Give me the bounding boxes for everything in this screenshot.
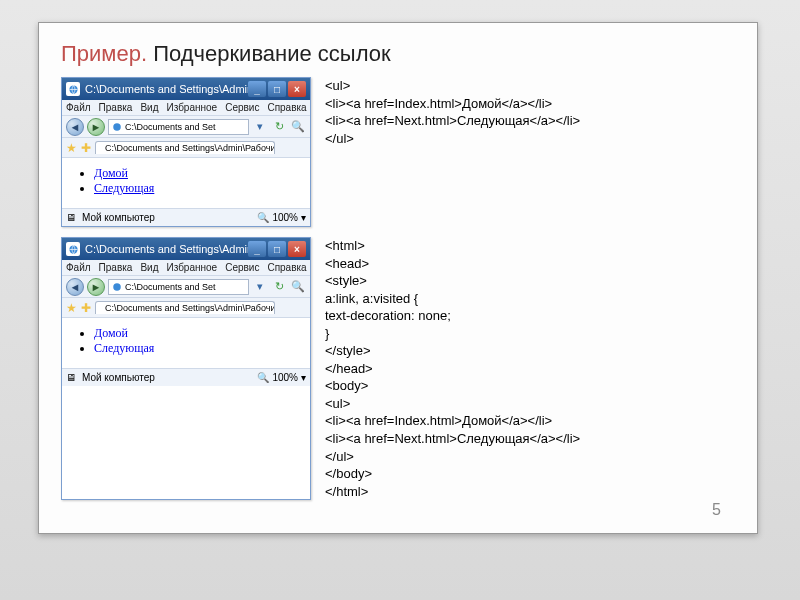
link-next[interactable]: Следующая [94, 181, 154, 195]
menu-help[interactable]: Справка [267, 102, 306, 113]
ie-icon [112, 282, 122, 292]
menu-tools[interactable]: Сервис [225, 262, 259, 273]
title-accent: Пример. [61, 41, 147, 66]
add-favorite-icon[interactable]: ✚ [81, 141, 91, 155]
favorites-icon[interactable]: ★ [66, 301, 77, 315]
row-1: C:\Documents and Settings\Admin\P... _ □… [61, 77, 735, 227]
zoom-control[interactable]: 🔍 100% ▾ [257, 372, 306, 383]
tabbar: ★ ✚ C:\Documents and Settings\Admin\Рабо… [62, 138, 310, 158]
zoom-value: 100% [272, 372, 298, 383]
page-content: Домой Следующая [62, 318, 310, 368]
menubar: Файл Правка Вид Избранное Сервис Справка [62, 100, 310, 116]
nav-toolbar: ◄ ► C:\Documents and Set ▾ ↻ 🔍 [62, 116, 310, 138]
window-buttons: _ □ × [248, 241, 306, 257]
page-number: 5 [712, 501, 721, 519]
window-title: C:\Documents and Settings\Admin\P... [85, 83, 248, 95]
address-text: C:\Documents and Set [125, 122, 216, 132]
code-block-2: <html> <head> <style> a:link, a:visited … [325, 237, 580, 500]
back-button[interactable]: ◄ [66, 278, 84, 296]
window-buttons: _ □ × [248, 81, 306, 97]
tab[interactable]: C:\Documents and Settings\Admin\Рабочий … [95, 301, 275, 314]
close-button[interactable]: × [288, 241, 306, 257]
menu-view[interactable]: Вид [140, 262, 158, 273]
zoom-dropdown-icon: ▾ [301, 372, 306, 383]
titlebar: C:\Documents and Settings\Admin\P... _ □… [62, 78, 310, 100]
dropdown-icon[interactable]: ▾ [252, 119, 268, 135]
slide: Пример. Подчеркивание ссылок C:\Document… [38, 22, 758, 534]
zoom-icon: 🔍 [257, 212, 269, 223]
code-block-1: <ul> <li><a href=Index.html>Домой</a></l… [325, 77, 580, 227]
status-text: Мой компьютер [82, 212, 155, 223]
maximize-button[interactable]: □ [268, 241, 286, 257]
close-button[interactable]: × [288, 81, 306, 97]
menu-edit[interactable]: Правка [99, 102, 133, 113]
tab[interactable]: C:\Documents and Settings\Admin\Рабочий … [95, 141, 275, 154]
window-title: C:\Documents and Settings\Admin\P... [85, 243, 248, 255]
tab-label: C:\Documents and Settings\Admin\Рабочий … [105, 303, 275, 313]
address-bar[interactable]: C:\Documents and Set [108, 279, 249, 295]
link-home[interactable]: Домой [94, 166, 128, 180]
row-2: C:\Documents and Settings\Admin\P... _ □… [61, 237, 735, 500]
menu-help[interactable]: Справка [267, 262, 306, 273]
ie-icon [66, 82, 80, 96]
search-icon[interactable]: 🔍 [290, 119, 306, 135]
title-rest: Подчеркивание ссылок [147, 41, 391, 66]
ie-icon [66, 242, 80, 256]
svg-point-4 [113, 283, 121, 291]
menu-file[interactable]: Файл [66, 262, 91, 273]
menu-view[interactable]: Вид [140, 102, 158, 113]
zoom-dropdown-icon: ▾ [301, 212, 306, 223]
menu-file[interactable]: Файл [66, 102, 91, 113]
page-content: Домой Следующая [62, 158, 310, 208]
svg-point-1 [113, 123, 121, 131]
add-favorite-icon[interactable]: ✚ [81, 301, 91, 315]
browser-window-1: C:\Documents and Settings\Admin\P... _ □… [61, 77, 311, 227]
refresh-icon[interactable]: ↻ [271, 279, 287, 295]
titlebar: C:\Documents and Settings\Admin\P... _ □… [62, 238, 310, 260]
browser-window-2: C:\Documents and Settings\Admin\P... _ □… [61, 237, 311, 500]
back-button[interactable]: ◄ [66, 118, 84, 136]
link-home[interactable]: Домой [94, 326, 128, 340]
refresh-icon[interactable]: ↻ [271, 119, 287, 135]
statusbar: 🖥 Мой компьютер 🔍 100% ▾ [62, 368, 310, 386]
search-icon[interactable]: 🔍 [290, 279, 306, 295]
forward-button[interactable]: ► [87, 118, 105, 136]
nav-toolbar: ◄ ► C:\Documents and Set ▾ ↻ 🔍 [62, 276, 310, 298]
ie-icon [112, 122, 122, 132]
menu-favorites[interactable]: Избранное [166, 102, 217, 113]
zoom-control[interactable]: 🔍 100% ▾ [257, 212, 306, 223]
forward-button[interactable]: ► [87, 278, 105, 296]
minimize-button[interactable]: _ [248, 241, 266, 257]
statusbar: 🖥 Мой компьютер 🔍 100% ▾ [62, 208, 310, 226]
favorites-icon[interactable]: ★ [66, 141, 77, 155]
minimize-button[interactable]: _ [248, 81, 266, 97]
menu-favorites[interactable]: Избранное [166, 262, 217, 273]
computer-icon: 🖥 [66, 212, 76, 223]
menubar: Файл Правка Вид Избранное Сервис Справка [62, 260, 310, 276]
slide-title: Пример. Подчеркивание ссылок [61, 41, 735, 67]
tabbar: ★ ✚ C:\Documents and Settings\Admin\Рабо… [62, 298, 310, 318]
maximize-button[interactable]: □ [268, 81, 286, 97]
zoom-value: 100% [272, 212, 298, 223]
tab-label: C:\Documents and Settings\Admin\Рабочий … [105, 143, 275, 153]
address-bar[interactable]: C:\Documents and Set [108, 119, 249, 135]
menu-edit[interactable]: Правка [99, 262, 133, 273]
menu-tools[interactable]: Сервис [225, 102, 259, 113]
address-text: C:\Documents and Set [125, 282, 216, 292]
status-text: Мой компьютер [82, 372, 155, 383]
computer-icon: 🖥 [66, 372, 76, 383]
link-next[interactable]: Следующая [94, 341, 154, 355]
dropdown-icon[interactable]: ▾ [252, 279, 268, 295]
zoom-icon: 🔍 [257, 372, 269, 383]
